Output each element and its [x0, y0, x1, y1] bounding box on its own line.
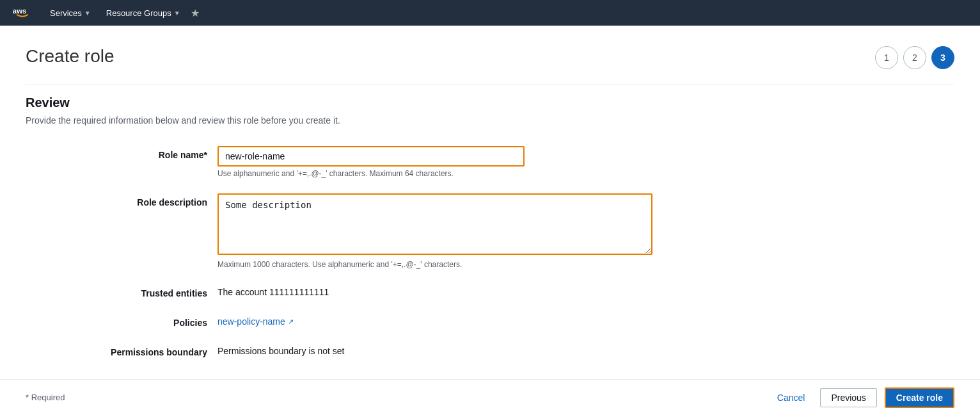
required-label: * Required [26, 393, 65, 402]
policies-wrapper: new-policy-name ↗ [217, 314, 652, 327]
main-content: Create role 1 2 3 Review Provide the req… [0, 26, 980, 415]
step-indicators: 1 2 3 [875, 46, 954, 69]
page-header: Create role 1 2 3 [26, 46, 954, 69]
services-label: Services [50, 8, 82, 18]
aws-logo[interactable]: aws [10, 5, 35, 20]
role-name-hint: Use alphanumeric and '+=,.@-_' character… [217, 169, 652, 178]
permissions-boundary-value: Permissions boundary is not set [217, 343, 652, 356]
role-description-label: Role description [26, 193, 217, 208]
step-1-indicator: 1 [875, 46, 898, 69]
trusted-entities-row: Trusted entities The account 11111111111… [26, 284, 954, 298]
footer-bar: * Required Cancel Previous Create role [0, 379, 980, 415]
policies-label: Policies [26, 314, 217, 328]
services-chevron-icon: ▼ [84, 10, 91, 17]
trusted-entities-label: Trusted entities [26, 284, 217, 298]
svg-text:aws: aws [13, 7, 26, 15]
role-description-hint: Maximum 1000 characters. Use alphanumeri… [217, 260, 652, 269]
role-name-wrapper: Use alphanumeric and '+=,.@-_' character… [217, 146, 652, 178]
footer-actions: Cancel Previous Create role [770, 387, 954, 408]
permissions-boundary-row: Permissions boundary Permissions boundar… [26, 343, 954, 357]
step-2-indicator: 2 [903, 46, 926, 69]
permissions-boundary-wrapper: Permissions boundary is not set [217, 343, 652, 356]
policy-link-text: new-policy-name [217, 316, 285, 327]
resource-groups-nav[interactable]: Resource Groups ▼ [101, 0, 186, 26]
resource-groups-label: Resource Groups [106, 8, 171, 18]
favorites-icon[interactable]: ★ [191, 7, 200, 19]
top-navigation: aws Services ▼ Resource Groups ▼ ★ [0, 0, 980, 26]
page-title: Create role [26, 46, 115, 67]
trusted-entities-wrapper: The account 111111111111 [217, 284, 652, 297]
role-name-row: Role name* Use alphanumeric and '+=,.@-_… [26, 146, 954, 178]
policies-row: Policies new-policy-name ↗ [26, 314, 954, 328]
section-divider [26, 85, 954, 85]
role-name-input[interactable] [217, 146, 525, 167]
external-link-icon: ↗ [288, 318, 294, 326]
permissions-boundary-label: Permissions boundary [26, 343, 217, 357]
services-nav[interactable]: Services ▼ [45, 0, 96, 26]
create-role-button[interactable]: Create role [885, 387, 954, 408]
review-subtitle: Provide the required information below a… [26, 115, 954, 126]
role-description-textarea[interactable]: Some description [217, 193, 652, 255]
step-3-indicator: 3 [931, 46, 954, 69]
resource-groups-chevron-icon: ▼ [174, 10, 180, 17]
role-description-row: Role description Some description Maximu… [26, 193, 954, 269]
trusted-entities-value: The account 111111111111 [217, 284, 652, 297]
role-description-wrapper: Some description Maximum 1000 characters… [217, 193, 652, 269]
cancel-button[interactable]: Cancel [770, 389, 813, 407]
role-name-label: Role name* [26, 146, 217, 160]
policy-link[interactable]: new-policy-name ↗ [217, 314, 652, 327]
review-title: Review [26, 95, 954, 110]
previous-button[interactable]: Previous [820, 388, 876, 407]
